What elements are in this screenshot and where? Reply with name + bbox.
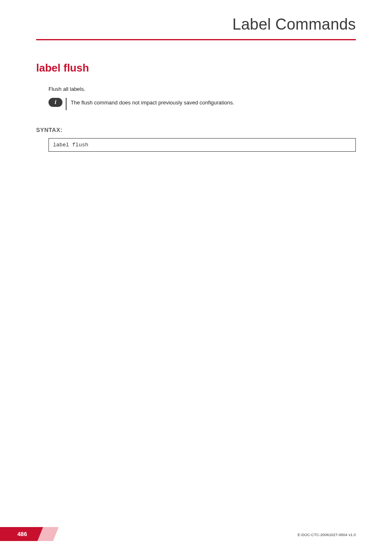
note-text: The flush command does not impact previo… <box>71 98 234 106</box>
info-note: The flush command does not impact previo… <box>48 98 356 110</box>
command-title: label flush <box>36 62 356 74</box>
note-separator <box>66 98 67 110</box>
command-intro: Flush all labels. <box>48 86 356 92</box>
page-number-tab: 486 <box>0 527 56 541</box>
document-id: E-DOC-CTC-20061027-0004 v1.0 <box>297 533 356 537</box>
info-icon <box>48 98 62 107</box>
syntax-codebox: label flush <box>48 138 356 152</box>
chapter-title: Label Commands <box>36 16 356 33</box>
syntax-heading: SYNTAX: <box>36 127 356 133</box>
header-rule <box>36 39 356 40</box>
